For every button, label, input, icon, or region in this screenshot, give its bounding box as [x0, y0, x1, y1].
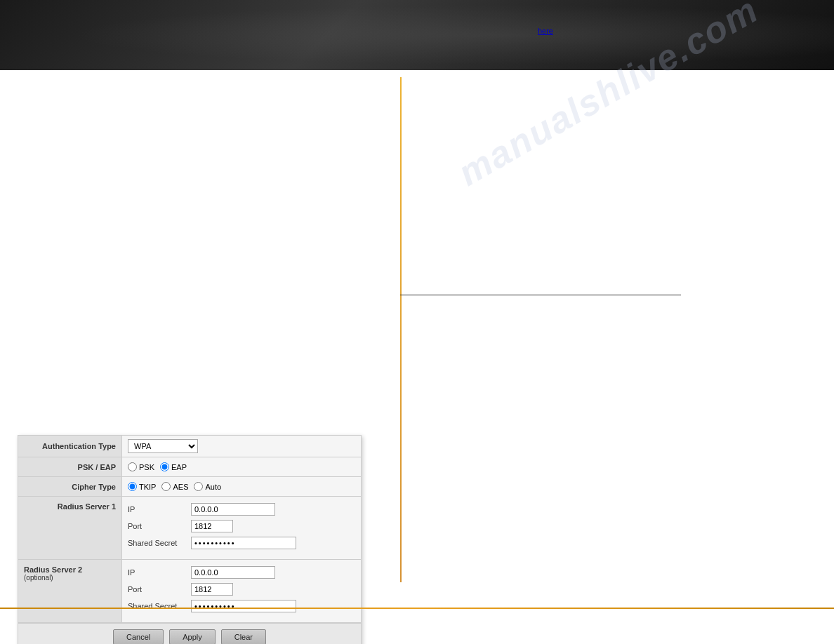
here-link[interactable]: here [538, 27, 553, 35]
vertical-divider [400, 77, 402, 582]
radius1-ip-input[interactable] [191, 503, 275, 516]
aes-text: AES [173, 483, 188, 491]
radius1-port-row: Port [128, 520, 233, 532]
radius2-ip-row: IP [128, 566, 275, 579]
radius1-secret-label: Shared Secret [128, 539, 191, 547]
radius2-port-row: Port [128, 583, 233, 596]
auto-radio-label[interactable]: Auto [194, 482, 221, 491]
radius1-field: IP Port Shared Secret [122, 497, 361, 559]
cipher-type-label: Cipher Type [18, 477, 122, 496]
psk-eap-field: PSK EAP [122, 457, 361, 476]
aes-radio-label[interactable]: AES [161, 482, 188, 491]
auto-radio[interactable] [194, 482, 203, 491]
horizontal-divider [400, 295, 681, 295]
radius1-secret-row: Shared Secret [128, 537, 296, 549]
security-form-panel: Authentication Type WPA WPA2 WEP None PS… [18, 435, 362, 644]
radius1-secret-input[interactable] [191, 537, 296, 549]
cipher-radio-group: TKIP AES Auto [128, 482, 221, 491]
eap-radio-label[interactable]: EAP [160, 462, 187, 471]
radius1-row: Radius Server 1 IP Port Shared Secret [18, 497, 361, 560]
radius2-ip-input[interactable] [191, 566, 275, 579]
psk-radio[interactable] [128, 462, 137, 471]
radius1-port-label: Port [128, 522, 191, 530]
psk-radio-label[interactable]: PSK [128, 462, 154, 471]
auth-type-label: Authentication Type [18, 436, 122, 457]
radius2-secret-input[interactable] [191, 600, 296, 612]
psk-eap-radio-group: PSK EAP [128, 462, 187, 471]
eap-radio[interactable] [160, 462, 169, 471]
radius1-ip-label: IP [128, 505, 191, 514]
clear-button[interactable]: Clear [221, 629, 266, 644]
main-content: Authentication Type WPA WPA2 WEP None PS… [0, 70, 834, 98]
psk-eap-label: PSK / EAP [18, 457, 122, 476]
header-banner [0, 0, 834, 70]
psk-text: PSK [139, 463, 154, 471]
auth-type-field: WPA WPA2 WEP None [122, 436, 361, 457]
buttons-row: Cancel Apply Clear [18, 623, 361, 644]
radius1-port-input[interactable] [191, 520, 233, 532]
radius2-secret-row: Shared Secret [128, 600, 296, 612]
radius2-port-input[interactable] [191, 583, 233, 596]
auto-text: Auto [205, 483, 221, 491]
tkip-text: TKIP [139, 483, 156, 491]
radius1-label: Radius Server 1 [18, 497, 122, 559]
radius2-row: Radius Server 2 (optional) IP Port Share… [18, 560, 361, 623]
radius2-secret-label: Shared Secret [128, 602, 191, 610]
radius2-field: IP Port Shared Secret [122, 560, 361, 622]
psk-eap-row: PSK / EAP PSK EAP [18, 457, 361, 477]
auth-type-row: Authentication Type WPA WPA2 WEP None [18, 436, 361, 457]
radius2-label: Radius Server 2 (optional) [18, 560, 122, 622]
footer-line [0, 608, 834, 609]
cancel-button[interactable]: Cancel [113, 629, 164, 644]
eap-text: EAP [171, 463, 187, 471]
radius2-ip-label: IP [128, 568, 191, 577]
radius1-ip-row: IP [128, 503, 275, 516]
radius2-port-label: Port [128, 585, 191, 593]
auth-type-select[interactable]: WPA WPA2 WEP None [128, 439, 198, 453]
tkip-radio-label[interactable]: TKIP [128, 482, 156, 491]
cipher-type-field: TKIP AES Auto [122, 477, 361, 496]
radius2-sublabel: (optional) [24, 574, 53, 582]
cipher-type-row: Cipher Type TKIP AES Auto [18, 477, 361, 497]
apply-button[interactable]: Apply [169, 629, 216, 644]
tkip-radio[interactable] [128, 482, 137, 491]
aes-radio[interactable] [161, 482, 171, 491]
